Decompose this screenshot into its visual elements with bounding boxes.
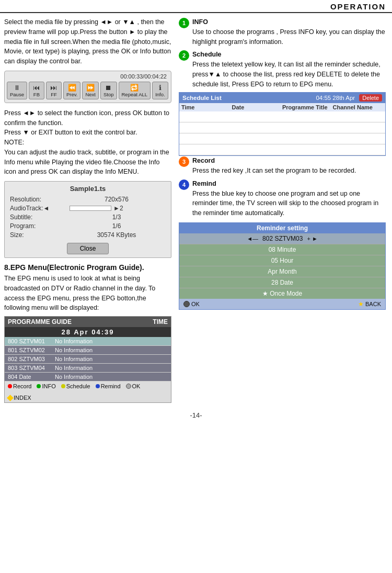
epg-info: No Information (55, 338, 168, 344)
ctrl-btn-label-prev: Prev. (66, 92, 77, 97)
ctrl-icon-info: ℹ (159, 84, 162, 92)
schedule-data-row (179, 144, 385, 155)
schedule-delete-btn[interactable]: Delete (359, 94, 382, 102)
epg-footer-label: Remind (101, 383, 121, 389)
reminder-title: Reminder setting (179, 223, 385, 233)
reminder-channel: 802 SZTVM03 (262, 235, 303, 242)
sched-col-channel-name: Channel Name (333, 104, 384, 110)
info-value: 1/3 (67, 214, 166, 221)
section-num-icon-2: 2 (179, 50, 189, 61)
section-body-3: Record Press the red key ,It can set the… (192, 156, 356, 176)
info-value: 30574 KBytes (67, 231, 166, 239)
schedule-data-row (179, 133, 385, 144)
epg-footer-remind: Remind (96, 383, 121, 389)
ctrl-icon-fb: ⏮ (33, 84, 40, 92)
reminder-next-icon[interactable]: + ► (307, 235, 317, 242)
ctrl-btn-ff[interactable]: ⏭FF (46, 82, 62, 99)
section-num-icon-3: 3 (179, 156, 189, 167)
ctrl-icon-prev: ⏪ (68, 84, 76, 92)
info-label: Subtitle: (10, 214, 67, 221)
right-column: 1 INFO Use to choose the programs , Pres… (177, 17, 386, 403)
info-row: Subtitle:1/3 (10, 214, 166, 221)
info-menu-box: Sample1.ts Resolution:720x576AudioTrack:… (4, 181, 171, 258)
schedule-col-headers: TimeDateProgramme TitleChannel Name (179, 103, 385, 111)
ctrl-btn-label-ff: FF (49, 92, 59, 97)
yellow-dot-icon (61, 384, 65, 388)
section-text-1: Use to choose the programs , Press INFO … (192, 28, 385, 46)
epg-info: No Information (55, 356, 168, 362)
section-body-1: INFO Use to choose the programs , Press … (192, 17, 386, 47)
section-body-2: Schedule Press the teletext yellow key, … (192, 50, 386, 89)
schedule-data-row (179, 122, 385, 133)
epg-footer-index: INDEX (8, 395, 31, 401)
right-section-4: 4 Remind Press the blue key to choose on… (179, 179, 386, 218)
schedule-data-row (179, 111, 385, 122)
close-button[interactable]: Close (67, 243, 109, 254)
reminder-ok[interactable]: OK (183, 301, 200, 307)
ctrl-btn-pause[interactable]: ⏸Pause (7, 82, 27, 99)
epg-table-row[interactable]: 800 SZTVM01No Information (5, 337, 171, 346)
right-section-2: 2 Schedule Press the teletext yellow key… (179, 50, 386, 89)
info-row: Size:30574 KBytes (10, 231, 166, 239)
reminder-back[interactable]: ★ BACK (358, 300, 381, 308)
info-row: Resolution:720x576 (10, 196, 166, 203)
reminder-data-row: 08 Minute (179, 244, 385, 255)
section-heading-1: INFO (192, 18, 208, 26)
epg-table-header: PROGRAMME GUIDE TIME (5, 317, 171, 327)
epg-section-desc: The EPG menu is used to look at what is … (4, 274, 171, 313)
info-label: Resolution: (10, 196, 67, 203)
reminder-data-row: 28 Date (179, 277, 385, 288)
section-body-4: Remind Press the blue key to choose one … (192, 179, 386, 218)
right-section-3: 3 Record Press the red key ,It can set t… (179, 156, 386, 176)
ctrl-btn-repeatall[interactable]: 🔁Repeat ALL (119, 82, 151, 99)
reminder-back-label: BACK (365, 301, 381, 307)
sched-col-date: Date (232, 104, 283, 110)
reminder-data-row: Apr Month (179, 266, 385, 277)
epg-table-row[interactable]: 803 SZTVM04No Information (5, 364, 171, 373)
reminder-setting-box: Reminder setting ◄— 802 SZTVM03 + ► 08 M… (179, 222, 386, 310)
epg-footer-ok: OK (126, 383, 141, 389)
reminder-footer: OK ★ BACK (179, 299, 385, 309)
epg-header-time: TIME (131, 318, 168, 325)
epg-table-row[interactable]: 802 SZTVM03No Information (5, 355, 171, 364)
right-section-1: 1 INFO Use to choose the programs , Pres… (179, 17, 386, 47)
epg-footer-label: INFO (42, 383, 55, 389)
ctrl-btn-prev[interactable]: ⏪Prev. (63, 82, 80, 99)
epg-footer: RecordINFOScheduleRemindOKINDEX (5, 381, 171, 402)
sched-col-time: Time (181, 104, 232, 110)
epg-channel: 803 SZTVM04 (8, 365, 55, 371)
info-label: Size: (10, 231, 67, 239)
ctrl-btn-info[interactable]: ℹInfo. (152, 82, 168, 99)
left-column: Select the media file by pressing ◄► or … (4, 17, 177, 403)
green-dot-icon (37, 384, 41, 388)
diamond-dot-icon (7, 395, 14, 401)
page-header: OPERATION (0, 0, 392, 13)
ctrl-btn-next[interactable]: ⏩Next (82, 82, 99, 99)
epg-header-prog: PROGRAMME GUIDE (8, 318, 131, 325)
ctrl-icon-repeatall: 🔁 (130, 84, 139, 92)
epg-table-row[interactable]: 804 DateNo Information (5, 373, 171, 381)
info-label: Program: (10, 222, 67, 230)
reminder-ok-label: OK (191, 301, 200, 307)
schedule-table: Schedule List 04:55 28th Apr Delete Time… (179, 92, 386, 156)
epg-channel: 800 SZTVM01 (8, 338, 55, 344)
ctrl-btn-label-fb: FB (32, 92, 41, 97)
reminder-prev-icon[interactable]: ◄— (247, 235, 258, 242)
ctrl-icon-ff: ⏭ (50, 84, 57, 92)
ctrl-btn-label-pause: Pause (10, 92, 24, 97)
epg-date-row: 28 Apr 04:39 (5, 327, 171, 337)
section-heading-3: Record (192, 157, 215, 164)
section-heading-4: Remind (192, 180, 216, 187)
ctrl-btn-fb[interactable]: ⏮FB (29, 82, 44, 99)
ctrl-icon-pause: ⏸ (14, 84, 20, 92)
page-footer: -14- (0, 411, 392, 423)
section-text-4: Press the blue key to choose one program… (192, 190, 378, 217)
ctrl-btn-label-next: Next (85, 92, 96, 97)
epg-channel: 802 SZTVM03 (8, 356, 55, 362)
epg-footer-label: INDEX (14, 395, 31, 401)
ctrl-btn-stop[interactable]: ⏹Stop (100, 82, 117, 99)
epg-info: No Information (55, 365, 168, 371)
page-number: -14- (190, 411, 202, 419)
ctrl-btn-label-repeatall: Repeat ALL (122, 92, 148, 97)
epg-table-row[interactable]: 801 SZTVM02No Information (5, 346, 171, 355)
